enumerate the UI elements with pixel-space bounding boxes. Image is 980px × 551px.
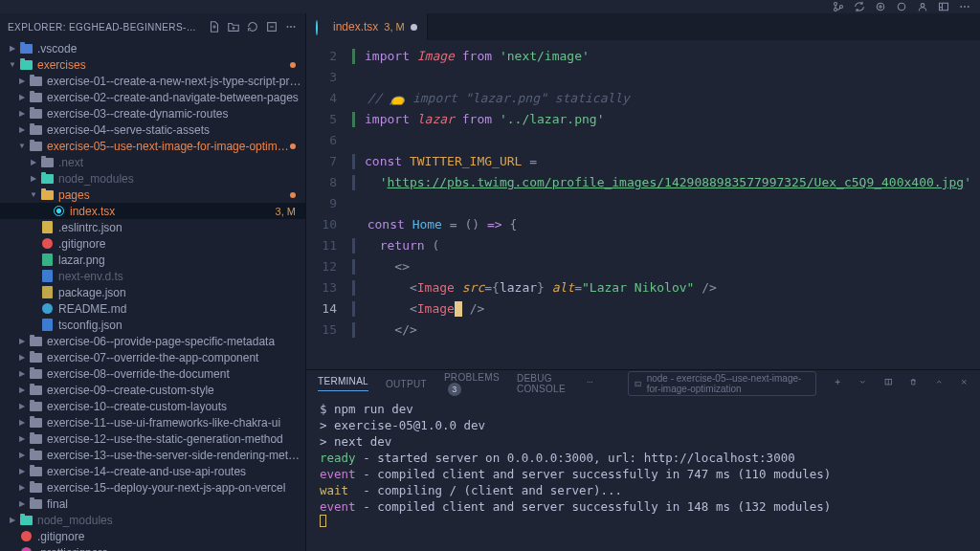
tree-folder[interactable]: ▶exercise-01--create-a-new-next-js-type-… — [0, 73, 305, 89]
tree-folder[interactable]: ▶exercise-08--override-the-document — [0, 365, 305, 382]
tab-output[interactable]: OUTPUT — [386, 379, 427, 389]
trash-icon[interactable] — [909, 378, 918, 390]
tree-folder[interactable]: ▶final — [0, 496, 305, 512]
more-icon[interactable] — [586, 378, 594, 390]
tree-folder[interactable]: ▶node_modules — [0, 512, 305, 528]
account-icon[interactable] — [917, 1, 928, 12]
chevron-right-icon: ▶ — [17, 93, 27, 101]
folder-icon — [29, 449, 42, 462]
tree-folder[interactable]: ▶node_modules — [0, 170, 305, 187]
svg-point-8 — [964, 6, 966, 8]
tree-folder[interactable]: ▶exercise-07--override-the-app-component — [0, 349, 305, 365]
svg-point-0 — [835, 3, 837, 6]
tree-file[interactable]: tsconfig.json — [0, 317, 305, 333]
tree-item-label: exercise-14--create-and-use-api-routes — [47, 465, 305, 478]
folder-icon — [29, 384, 42, 397]
more-icon[interactable] — [284, 20, 298, 33]
line-number: 13 — [306, 277, 337, 298]
folder-icon — [29, 465, 42, 478]
editor-cursor — [455, 301, 462, 317]
tree-file[interactable]: lazar.png — [0, 252, 305, 268]
folder-icon — [19, 514, 33, 527]
tab-index-tsx[interactable]: index.tsx 3, M — [306, 13, 428, 40]
tree-folder[interactable]: ▶exercise-02--create-and-navigate-betwee… — [0, 89, 305, 105]
tree-folder[interactable]: ▶exercise-03--create-dynamic-routes — [0, 105, 305, 121]
tree-item-label: node_modules — [37, 514, 305, 527]
diff-icon[interactable] — [875, 1, 886, 12]
tree-file[interactable]: .eslintrc.json — [0, 219, 305, 235]
svg-point-7 — [960, 6, 962, 8]
tree-folder[interactable]: ▶exercise-04--serve-static-assets — [0, 121, 305, 138]
tree-item-label: exercise-15--deploy-your-next-js-app-on-… — [47, 481, 305, 495]
file-icon — [40, 221, 54, 234]
tree-file[interactable]: next-env.d.ts — [0, 268, 305, 284]
close-icon[interactable] — [960, 378, 969, 390]
tree-item-label: lazar.png — [58, 253, 305, 267]
tree-folder[interactable]: ▼pages — [0, 187, 305, 203]
tree-folder[interactable]: ▶.vscode — [0, 40, 305, 56]
tab-debug-console[interactable]: DEBUG CONSOLE — [517, 373, 574, 394]
terminal-output[interactable]: $ npm run dev > exercise-05@1.0.0 dev > … — [306, 397, 980, 551]
circle-icon[interactable] — [896, 1, 907, 12]
layout-icon[interactable] — [938, 1, 949, 12]
problems-badge: 3 — [448, 383, 461, 396]
folder-icon — [19, 42, 33, 55]
chevron-right-icon: ▶ — [29, 174, 38, 183]
tree-folder[interactable]: ▶.next — [0, 154, 305, 170]
refresh-icon[interactable] — [246, 20, 259, 33]
tree-file[interactable]: .gitignore — [0, 235, 305, 252]
tree-folder[interactable]: ▶exercise-15--deploy-your-next-js-app-on… — [0, 479, 305, 496]
tree-file[interactable]: .prettierignore — [0, 544, 305, 551]
tree-folder[interactable]: ▶exercise-11--use-ui-frameworks-like-cha… — [0, 414, 305, 430]
code-content[interactable]: import Image from 'next/image' // 👝 impo… — [352, 40, 980, 369]
file-icon — [40, 319, 54, 332]
editor-tabs: index.tsx 3, M — [306, 13, 980, 40]
tab-label: index.tsx — [333, 20, 378, 33]
tree-file[interactable]: README.md — [0, 300, 305, 317]
chevron-right-icon: ▶ — [17, 467, 27, 475]
file-icon — [40, 286, 54, 299]
tree-folder[interactable]: ▶exercise-14--create-and-use-api-routes — [0, 463, 305, 479]
tree-folder[interactable]: ▶exercise-13--use-the-server-side-render… — [0, 447, 305, 463]
tree-file[interactable]: package.json — [0, 284, 305, 300]
chevron-right-icon: ▶ — [17, 483, 27, 492]
line-number: 5 — [306, 109, 337, 130]
file-icon — [19, 546, 33, 552]
chevron-right-icon: ▶ — [17, 109, 27, 118]
source-control-icon[interactable] — [833, 1, 844, 12]
chevron-up-icon[interactable] — [935, 378, 944, 390]
code-editor[interactable]: 23456789101112131415 import Image from '… — [306, 40, 980, 369]
panel-tabs: TERMINAL OUTPUT PROBLEMS3 DEBUG CONSOLE … — [306, 370, 980, 397]
chevron-down-icon: ▼ — [17, 142, 27, 150]
folder-icon — [19, 58, 33, 72]
tab-problems[interactable]: PROBLEMS3 — [444, 372, 500, 396]
tab-terminal[interactable]: TERMINAL — [318, 376, 368, 391]
more-icon[interactable] — [959, 1, 970, 12]
new-file-icon[interactable] — [208, 20, 221, 33]
tree-folder[interactable]: ▶exercise-06--provide-page-specific-meta… — [0, 333, 305, 349]
chevron-right-icon: ▶ — [17, 402, 27, 410]
chevron-right-icon: ▶ — [8, 44, 17, 53]
add-icon[interactable] — [834, 378, 842, 390]
tree-folder[interactable]: ▶exercise-12--use-the-static-generation-… — [0, 430, 305, 447]
chevron-right-icon: ▶ — [17, 418, 27, 427]
split-icon[interactable] — [884, 378, 893, 390]
explorer-title: EXPLORER: EGGHEAD-BEGINNERS-GUIDE-N… — [8, 22, 202, 33]
collapse-icon[interactable] — [265, 20, 278, 33]
tree-file[interactable]: index.tsx3, M — [0, 203, 305, 219]
tree-folder[interactable]: ▶exercise-09--create-custom-style — [0, 382, 305, 398]
file-icon — [40, 302, 54, 316]
sync-icon[interactable] — [854, 1, 865, 12]
line-number: 8 — [306, 172, 337, 193]
tree-folder[interactable]: ▼exercise-05--use-next-image-for-image-o… — [0, 138, 305, 154]
line-number: 12 — [306, 256, 337, 277]
tree-item-label: next-env.d.ts — [58, 270, 305, 283]
svg-point-12 — [290, 26, 292, 28]
terminal-task-selector[interactable]: node - exercise-05--use-next-image-for-i… — [628, 371, 815, 396]
tree-item-label: exercise-07--override-the-app-component — [47, 351, 305, 364]
tree-folder[interactable]: ▶exercise-10--create-custom-layouts — [0, 398, 305, 414]
tree-folder[interactable]: ▼exercises — [0, 56, 305, 73]
new-folder-icon[interactable] — [227, 20, 240, 33]
chevron-down-icon[interactable] — [858, 378, 867, 390]
tree-file[interactable]: .gitignore — [0, 528, 305, 544]
